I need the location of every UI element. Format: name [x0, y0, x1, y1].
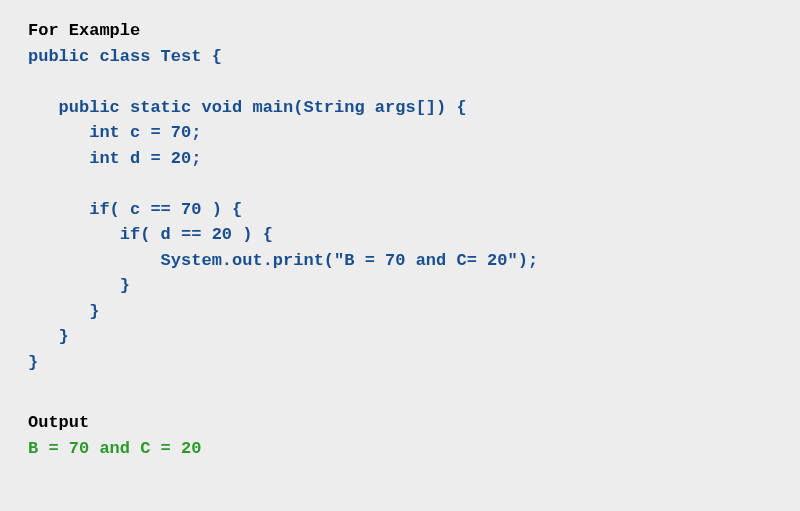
- code-line-5: int d = 20;: [28, 146, 772, 172]
- code-line-9: System.out.print("B = 70 and C= 20");: [28, 248, 772, 274]
- output-heading: Output: [28, 410, 772, 436]
- code-line-11: }: [28, 299, 772, 325]
- code-line-4: int c = 70;: [28, 120, 772, 146]
- code-line-1: public class Test {: [28, 44, 772, 70]
- code-line-12: }: [28, 324, 772, 350]
- code-line-7: if( c == 70 ) {: [28, 197, 772, 223]
- code-line-6: [28, 171, 772, 197]
- code-line-3: public static void main(String args[]) {: [28, 95, 772, 121]
- output-line: B = 70 and C = 20: [28, 436, 772, 462]
- example-heading: For Example: [28, 18, 772, 44]
- code-line-8: if( d == 20 ) {: [28, 222, 772, 248]
- code-line-10: }: [28, 273, 772, 299]
- code-line-2: [28, 69, 772, 95]
- code-line-13: }: [28, 350, 772, 376]
